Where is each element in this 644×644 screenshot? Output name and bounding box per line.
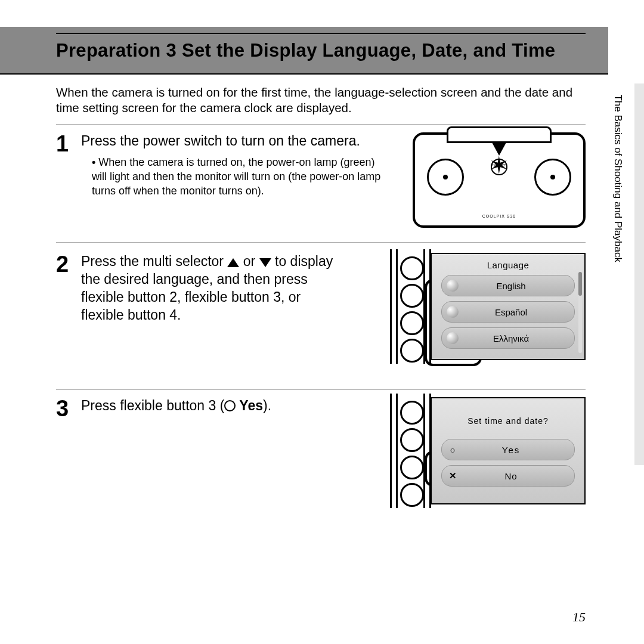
time-screen-illustration: Set time and date? ○Yes ✕No — [431, 397, 586, 504]
down-arrow-icon — [259, 258, 271, 267]
section-label: The Basics of Shooting and Playback — [612, 94, 624, 262]
camera-top — [447, 126, 552, 143]
text: Press the multi selector — [81, 253, 227, 269]
down-arrow-icon — [492, 143, 506, 156]
power-button-icon: ON/ OFF — [491, 159, 507, 175]
step-number: 3 — [56, 397, 80, 420]
flex-button-icon — [400, 428, 424, 452]
screen-title: Language — [432, 260, 584, 270]
camera-lcd: Language English Español Ελληνικά — [431, 253, 586, 360]
title-text: Preparation 3 Set the Display Language, … — [56, 40, 555, 61]
circle-icon — [224, 400, 236, 411]
divider — [56, 242, 586, 243]
page-number: 15 — [572, 609, 586, 625]
yes-label: Yes — [236, 398, 263, 413]
text: or — [239, 253, 259, 269]
flex-button-icon — [400, 256, 424, 280]
text: Press flexible button 3 ( — [81, 398, 224, 413]
no-option: ✕No — [441, 465, 575, 487]
flex-button-icon — [400, 339, 424, 363]
language-option: English — [441, 275, 575, 296]
scrollbar-icon — [578, 272, 582, 353]
language-option: Ελληνικά — [441, 327, 575, 349]
option-label: No — [448, 471, 574, 481]
flex-button-icon — [400, 456, 424, 479]
flex-button-icon — [400, 311, 424, 335]
camera-lcd: Set time and date? ○Yes ✕No — [431, 397, 586, 504]
step-instruction: Press the multi selector or to display t… — [81, 253, 338, 324]
language-option: Español — [441, 301, 575, 323]
title-bar-rule — [0, 73, 608, 75]
bar — [390, 249, 398, 364]
lens-icon — [534, 159, 571, 196]
camera-illustration: ✶ ON/ OFF COOLPIX S30 — [413, 132, 586, 228]
camera-body: ✶ ON/ OFF COOLPIX S30 — [420, 143, 578, 221]
bar — [390, 394, 398, 508]
step-instruction: Press flexible button 3 ( Yes). — [81, 397, 338, 415]
step-number: 2 — [56, 253, 80, 275]
manual-page: Preparation 3 Set the Display Language, … — [0, 0, 644, 644]
button-column — [390, 253, 429, 360]
divider — [56, 124, 586, 125]
yes-option: ○Yes — [441, 439, 575, 460]
text: ). — [263, 398, 271, 413]
step-note: When the camera is turned on, the power-… — [92, 155, 390, 199]
flex-button-icon — [400, 401, 424, 425]
option-label: Ελληνικά — [448, 333, 574, 343]
camera-model: COOLPIX S30 — [482, 214, 516, 218]
lens-icon — [427, 159, 464, 196]
up-arrow-icon — [227, 258, 239, 267]
step-number: 1 — [56, 132, 80, 155]
option-label: English — [448, 281, 574, 291]
button-column — [390, 397, 429, 504]
option-label: Español — [448, 307, 574, 317]
divider — [56, 389, 586, 390]
section-tab — [634, 83, 644, 465]
step-instruction: Press the power switch to turn on the ca… — [81, 132, 391, 150]
option-label: Yes — [448, 445, 574, 455]
flex-button-icon — [400, 284, 424, 308]
power-label: ON/ OFF — [493, 163, 506, 167]
language-screen-illustration: Language English Español Ελληνικά — [431, 253, 586, 360]
intro-paragraph: When the camera is turned on for the fir… — [56, 85, 578, 116]
screen-prompt: Set time and date? — [432, 416, 584, 426]
flex-button-icon — [400, 483, 424, 507]
page-title: Preparation 3 Set the Display Language, … — [56, 33, 586, 61]
